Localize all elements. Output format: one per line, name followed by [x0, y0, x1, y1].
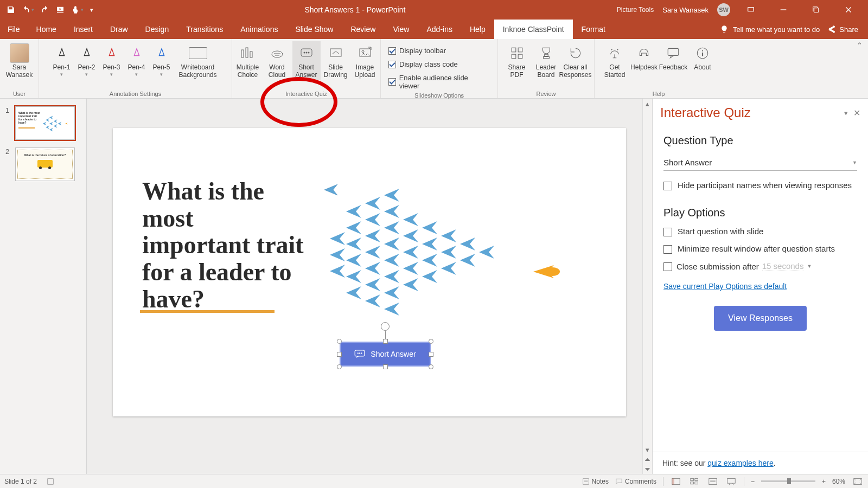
resize-handle[interactable]: [429, 339, 433, 344]
tab-slideshow[interactable]: Slide Show: [286, 20, 342, 39]
tab-format[interactable]: Format: [573, 20, 614, 39]
tab-classpoint[interactable]: Inknoe ClassPoint: [494, 20, 573, 39]
feedback-button[interactable]: Feedback: [659, 41, 687, 80]
account-name[interactable]: Sara Wanasek: [662, 6, 709, 14]
image-upload-button[interactable]: Image Upload: [351, 41, 379, 80]
slide-counter[interactable]: Slide 1 of 2: [4, 478, 37, 485]
editor-scrollbar[interactable]: ▴ ▾ ⏶ ⏷: [642, 99, 652, 474]
tab-design[interactable]: Design: [137, 20, 178, 39]
collapse-ribbon-icon[interactable]: ⌃: [857, 41, 863, 49]
start-with-slide-checkbox[interactable]: [663, 228, 672, 236]
zoom-slider[interactable]: [761, 480, 815, 482]
tab-draw[interactable]: Draw: [101, 20, 137, 39]
next-slide-icon[interactable]: ⏷: [643, 464, 652, 474]
helpdesk-button[interactable]: Helpdesk: [630, 41, 658, 80]
restore-icon[interactable]: [804, 1, 828, 18]
window-title: Short Answers 1 - PowerPoint: [93, 5, 617, 14]
tell-me-label: Tell me what you want to do: [733, 25, 820, 34]
thumbnail-1[interactable]: 1 What is the most important trait for a…: [5, 106, 81, 140]
redo-icon[interactable]: [41, 5, 49, 14]
resize-handle[interactable]: [429, 352, 433, 357]
tab-file[interactable]: File: [0, 20, 28, 39]
start-from-beginning-icon[interactable]: [56, 5, 65, 14]
pen-4-button[interactable]: Pen-4▾: [125, 41, 149, 80]
display-class-code-checkbox[interactable]: Display class code: [388, 58, 458, 70]
zoom-in-button[interactable]: +: [822, 478, 826, 485]
close-submission-checkbox[interactable]: [663, 262, 672, 271]
about-button[interactable]: About: [688, 41, 717, 80]
pen-3-button[interactable]: Pen-3▾: [100, 41, 124, 80]
display-toolbar-checkbox[interactable]: Display toolbar: [388, 44, 446, 57]
short-answer-button[interactable]: Short Answer: [292, 41, 321, 80]
zoom-level[interactable]: 60%: [832, 478, 845, 485]
slideshow-view-icon[interactable]: [725, 477, 737, 486]
avatar[interactable]: SW: [717, 3, 730, 16]
tab-insert[interactable]: Insert: [65, 20, 101, 39]
thumbnail-2[interactable]: 2 What is the future of education?: [5, 147, 81, 181]
question-type-select[interactable]: Short Answer ▼: [663, 155, 857, 171]
fit-to-window-icon[interactable]: [852, 477, 864, 486]
user-profile-button[interactable]: SaraWanasek: [7, 41, 33, 80]
minimize-icon[interactable]: [771, 1, 795, 18]
multiple-choice-button[interactable]: Multiple Choice: [234, 41, 262, 80]
pen-2-button[interactable]: Pen-2▾: [75, 41, 99, 80]
rotate-handle[interactable]: [381, 322, 390, 331]
user-photo: [10, 43, 29, 63]
slide-editor[interactable]: What is the most important trait for a l…: [87, 99, 652, 474]
resize-handle[interactable]: [429, 364, 433, 369]
sa-label: Short Answer: [292, 64, 321, 80]
slide-drawing-button[interactable]: Slide Drawing: [322, 41, 350, 80]
pane-menu-icon[interactable]: ▾: [839, 109, 853, 117]
reading-view-icon[interactable]: [707, 477, 719, 486]
comments-button[interactable]: Comments: [615, 478, 656, 485]
short-answer-object[interactable]: Short Answer: [340, 342, 431, 367]
save-icon[interactable]: [7, 5, 15, 14]
view-responses-button[interactable]: View Responses: [714, 306, 807, 331]
normal-view-icon[interactable]: [670, 477, 682, 486]
share-pdf-button[interactable]: Share PDF: [503, 41, 531, 80]
resize-handle[interactable]: [337, 339, 342, 344]
slide-canvas[interactable]: What is the most important trait for a l…: [113, 128, 626, 416]
accessibility-icon[interactable]: [47, 478, 54, 485]
word-cloud-button[interactable]: Word Cloud: [263, 41, 291, 80]
scroll-up-icon[interactable]: ▴: [643, 99, 652, 108]
prev-slide-icon[interactable]: ⏶: [643, 454, 652, 464]
save-play-options-link[interactable]: Save current Play Options as default: [663, 282, 787, 291]
notes-button[interactable]: Notes: [582, 478, 609, 485]
quiz-examples-link[interactable]: quiz examples here: [707, 459, 773, 467]
close-submission-value[interactable]: 15 seconds: [762, 261, 804, 271]
pen-5-button[interactable]: Pen-5▾: [150, 41, 174, 80]
undo-icon[interactable]: ▾: [22, 5, 34, 14]
share-button[interactable]: Share: [827, 25, 858, 34]
tell-me-search[interactable]: Tell me what you want to do: [720, 25, 820, 34]
tab-review[interactable]: Review: [342, 20, 384, 39]
slide-title-text[interactable]: What is the most important trait for a l…: [142, 178, 305, 312]
tab-view[interactable]: View: [384, 20, 418, 39]
resize-handle[interactable]: [337, 352, 342, 357]
pane-close-icon[interactable]: ✕: [853, 108, 860, 118]
tab-home[interactable]: Home: [28, 20, 65, 39]
resize-handle[interactable]: [383, 364, 388, 369]
tab-help[interactable]: Help: [461, 20, 494, 39]
close-icon[interactable]: [837, 1, 860, 18]
clear-all-responses-button[interactable]: Clear all Responses: [561, 41, 590, 80]
chevron-down-icon[interactable]: ▼: [807, 264, 812, 269]
enable-audience-viewer-checkbox[interactable]: Enable audience slide viewer: [388, 72, 488, 92]
tab-addins[interactable]: Add-ins: [418, 20, 461, 39]
zoom-out-button[interactable]: −: [751, 478, 755, 485]
scroll-down-icon[interactable]: ▾: [643, 445, 652, 454]
leaderboard-button[interactable]: Leader Board: [532, 41, 560, 80]
question-type-heading: Question Type: [663, 134, 857, 147]
get-started-button[interactable]: Get Started: [601, 41, 629, 80]
tab-transitions[interactable]: Transitions: [177, 20, 232, 39]
pen-1-button[interactable]: Pen-1▾: [50, 41, 74, 80]
tab-animations[interactable]: Animations: [232, 20, 286, 39]
slide-sorter-icon[interactable]: [688, 477, 700, 486]
resize-handle[interactable]: [337, 364, 342, 369]
minimize-result-checkbox[interactable]: [663, 245, 672, 254]
hide-names-checkbox[interactable]: [663, 182, 672, 190]
resize-handle[interactable]: [383, 339, 388, 344]
ribbon-display-icon[interactable]: [739, 1, 763, 18]
touch-mode-icon[interactable]: ▾: [71, 5, 84, 14]
whiteboard-backgrounds-button[interactable]: Whiteboard Backgrounds: [175, 41, 221, 80]
